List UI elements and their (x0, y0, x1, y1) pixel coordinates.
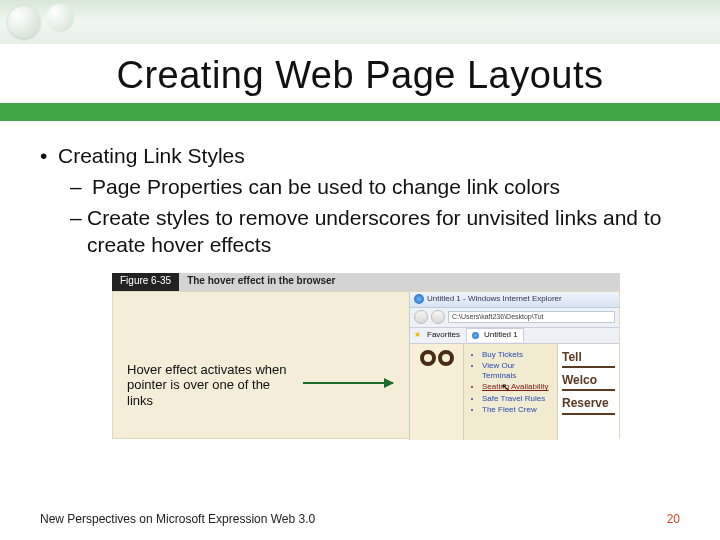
page-logo-column (410, 344, 464, 440)
headline: Tell (562, 350, 615, 368)
link-item[interactable]: View Our Terminals (482, 361, 551, 380)
page-links-column: Buy Tickets View Our Terminals Seating A… (464, 344, 558, 440)
link-item[interactable]: Safe Travel Rules (482, 394, 551, 404)
favorites-star-icon[interactable]: ★ (414, 330, 421, 340)
callout-text: Hover effect activates when pointer is o… (127, 362, 297, 409)
headline: Reserve (562, 396, 615, 414)
ie-icon (414, 294, 424, 304)
browser-title: Untitled 1 - Windows Internet Explorer (427, 294, 562, 304)
figure-body: Hover effect activates when pointer is o… (112, 291, 620, 439)
bullet-level1: Creating Link Styles (40, 143, 680, 170)
link-item[interactable]: The Fleet Crew (482, 405, 551, 415)
bullet-text: Create styles to remove underscores for … (87, 205, 680, 259)
tab-label: Untitled 1 (484, 330, 518, 340)
browser-window: Untitled 1 - Windows Internet Explorer C… (409, 292, 619, 440)
footer-text: New Perspectives on Microsoft Expression… (40, 512, 315, 526)
bullet-text: Page Properties can be used to change li… (92, 174, 560, 201)
bullet-icon (40, 143, 58, 170)
content-area: Creating Link Styles Page Properties can… (0, 121, 720, 439)
page-number: 20 (667, 512, 680, 526)
link-list: Buy Tickets View Our Terminals Seating A… (470, 350, 551, 416)
forward-button[interactable] (431, 310, 445, 324)
browser-tab-row: ★ Favorites Untitled 1 (410, 328, 619, 344)
page-headline-column: Tell Welco Reserve (558, 344, 619, 440)
link-item-hovered[interactable]: Seating Availability (482, 382, 551, 392)
address-bar[interactable]: C:\Users\kaft236\Desktop\Tut (448, 311, 615, 323)
favorites-label[interactable]: Favorites (427, 330, 460, 340)
bullet-level2: Create styles to remove underscores for … (40, 205, 680, 259)
ie-icon (472, 332, 479, 339)
dash-icon (70, 205, 87, 259)
logo-icon (420, 350, 454, 366)
browser-viewport: Buy Tickets View Our Terminals Seating A… (410, 344, 619, 440)
slide-title: Creating Web Page Layouts (0, 44, 720, 103)
browser-toolbar: C:\Users\kaft236\Desktop\Tut (410, 308, 619, 328)
browser-titlebar: Untitled 1 - Windows Internet Explorer (410, 292, 619, 308)
title-underline (0, 103, 720, 121)
bullet-text: Creating Link Styles (58, 143, 245, 170)
back-button[interactable] (414, 310, 428, 324)
footer: New Perspectives on Microsoft Expression… (0, 512, 720, 526)
figure-header: Figure 6-35 The hover effect in the brow… (112, 273, 620, 291)
link-item[interactable]: Buy Tickets (482, 350, 551, 360)
figure: Figure 6-35 The hover effect in the brow… (112, 273, 620, 439)
dash-icon (70, 174, 92, 201)
arrow-icon (303, 382, 393, 384)
decorative-banner (0, 0, 720, 44)
browser-tab[interactable]: Untitled 1 (466, 328, 524, 341)
headline: Welco (562, 373, 615, 391)
figure-caption: The hover effect in the browser (179, 273, 620, 291)
figure-number: Figure 6-35 (112, 273, 179, 291)
bullet-level2: Page Properties can be used to change li… (40, 174, 680, 201)
